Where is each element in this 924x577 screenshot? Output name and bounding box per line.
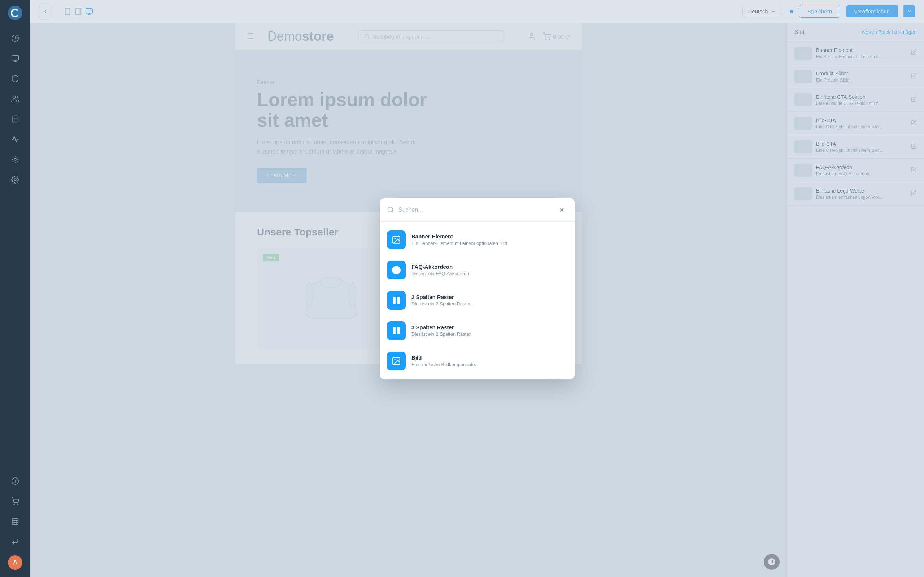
svg-rect-6 — [12, 116, 18, 122]
modal-item-info: 2 Spalten Raster Dies ist ein 2 Spalten … — [412, 294, 472, 306]
sidebar-item-products[interactable] — [6, 69, 24, 88]
sidebar-item-settings[interactable] — [6, 170, 24, 189]
sidebar-item-customers[interactable] — [6, 89, 24, 108]
sidebar-item-pages[interactable] — [6, 49, 24, 68]
modal-item-name: FAQ-Akkordeon — [412, 264, 470, 270]
modal-item-desc: Ein Banner-Element mit einem optionalen … — [412, 240, 507, 246]
modal-item[interactable]: 2 Spalten Raster Dies ist ein 2 Spalten … — [380, 285, 575, 316]
svg-rect-41 — [393, 297, 396, 304]
modal-item-icon — [387, 291, 406, 310]
modal-close-button[interactable]: ✕ — [556, 204, 567, 216]
modal-item-desc: Dies ist ein FAQ-Akkordeon. — [412, 271, 470, 276]
svg-line-36 — [392, 211, 393, 213]
modal-item-info: Bild Eine einfache Bildkomponente. — [412, 355, 476, 367]
svg-point-7 — [14, 158, 16, 161]
block-picker-modal: ✕ Banner-Element Ein Banner-Element mit … — [380, 198, 575, 379]
modal-item-name: Banner-Element — [412, 233, 507, 239]
modal-item-desc: Dies ist ein 2 Spalten Raster. — [412, 301, 472, 306]
modal-item[interactable]: Banner-Element Ein Banner-Element mit ei… — [380, 225, 575, 255]
sidebar-item-marketing[interactable] — [6, 130, 24, 148]
sidebar-item-sales[interactable] — [6, 492, 24, 511]
modal-item-desc: Eine einfache Bildkomponente. — [412, 362, 476, 367]
svg-rect-43 — [393, 327, 396, 334]
main-content: Deutsch Speichern Veröffentlichen ☰ Demo… — [30, 0, 924, 577]
user-avatar[interactable]: A — [8, 555, 23, 570]
sidebar-item-dashboard[interactable] — [6, 29, 24, 48]
modal-items-list: Banner-Element Ein Banner-Element mit ei… — [380, 222, 575, 379]
svg-point-46 — [394, 359, 396, 360]
modal-item-desc: Dies ist ein 2 Spalten Raster. — [412, 331, 472, 337]
svg-rect-42 — [397, 297, 400, 304]
sidebar: A — [0, 0, 30, 577]
sidebar-item-plugins[interactable] — [6, 472, 24, 490]
svg-rect-2 — [12, 56, 18, 60]
modal-search-input[interactable] — [399, 206, 551, 213]
modal-item-icon — [387, 321, 406, 340]
modal-item[interactable]: Bild Eine einfache Bildkomponente. — [380, 346, 575, 376]
modal-item-icon — [387, 230, 406, 249]
svg-rect-44 — [397, 327, 400, 334]
sidebar-item-flows[interactable] — [6, 532, 24, 551]
svg-point-8 — [14, 179, 16, 181]
modal-search-bar: ✕ — [380, 198, 575, 222]
modal-item[interactable]: 3 Spalten Raster Dies ist ein 2 Spalten … — [380, 316, 575, 346]
modal-item-info: 3 Spalten Raster Dies ist ein 2 Spalten … — [412, 324, 472, 337]
svg-point-35 — [388, 207, 393, 212]
svg-point-0 — [8, 6, 23, 20]
modal-item-info: Banner-Element Ein Banner-Element mit ei… — [412, 233, 507, 246]
modal-item-icon — [387, 351, 406, 371]
svg-point-13 — [17, 504, 18, 504]
svg-point-12 — [14, 504, 15, 504]
search-icon — [387, 206, 394, 213]
sidebar-item-reports[interactable] — [6, 512, 24, 531]
svg-point-5 — [13, 96, 16, 98]
app-logo[interactable] — [6, 4, 24, 22]
svg-point-38 — [394, 238, 396, 239]
sidebar-item-themes[interactable] — [6, 150, 24, 169]
svg-rect-14 — [12, 519, 18, 525]
modal-overlay: ✕ Banner-Element Ein Banner-Element mit … — [30, 0, 924, 577]
modal-item-name: 2 Spalten Raster — [412, 294, 472, 300]
modal-item-info: FAQ-Akkordeon Dies ist ein FAQ-Akkordeon… — [412, 264, 470, 276]
modal-item[interactable]: FAQ-Akkordeon Dies ist ein FAQ-Akkordeon… — [380, 255, 575, 285]
modal-item-icon — [387, 261, 406, 279]
modal-item-name: Bild — [412, 355, 476, 361]
modal-item-name: 3 Spalten Raster — [412, 324, 472, 330]
sidebar-item-orders[interactable] — [6, 110, 24, 128]
